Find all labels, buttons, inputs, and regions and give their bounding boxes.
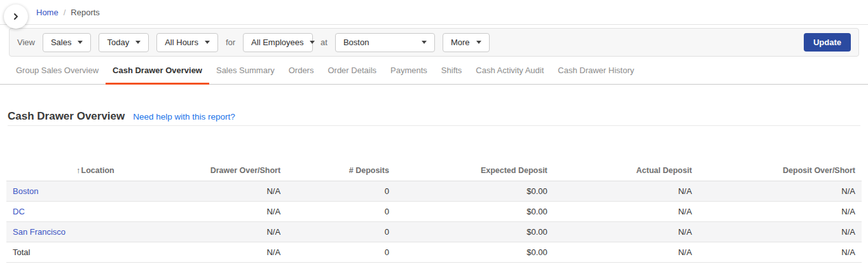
drawer-over-short-value: N/A	[184, 181, 287, 202]
location-dropdown[interactable]: Boston	[335, 33, 435, 52]
title-section: Cash Drawer Overview Need help with this…	[8, 85, 860, 126]
expected-deposit-value: $0.00	[396, 242, 554, 263]
drawer-over-short-value: N/A	[184, 242, 287, 263]
breadcrumb: Home / Reports	[0, 0, 868, 25]
report-tabs: Group Sales Overview Cash Drawer Overvie…	[0, 57, 868, 85]
cash-drawer-table: ↑Location Drawer Over/Short # Deposits E…	[6, 162, 862, 263]
tab-cash-drawer-overview[interactable]: Cash Drawer Overview	[106, 57, 209, 84]
for-label: for	[226, 38, 235, 47]
column-header-expected-deposit[interactable]: Expected Deposit	[396, 162, 554, 181]
deposit-over-short-value: N/A	[698, 202, 862, 222]
tab-cash-drawer-history[interactable]: Cash Drawer History	[551, 57, 641, 84]
num-deposits-value: 0	[287, 202, 396, 222]
date-range-value: Today	[107, 38, 129, 47]
report-type-dropdown[interactable]: Sales	[43, 33, 92, 52]
num-deposits-value: 0	[287, 222, 396, 242]
column-header-num-deposits[interactable]: # Deposits	[287, 162, 396, 181]
chevron-right-icon	[11, 12, 20, 21]
hours-dropdown[interactable]: All Hours	[156, 33, 218, 52]
num-deposits-value: 0	[287, 242, 396, 263]
caret-down-icon	[422, 41, 427, 44]
tab-shifts[interactable]: Shifts	[434, 57, 469, 84]
actual-deposit-value: N/A	[554, 202, 698, 222]
expected-deposit-value: $0.00	[396, 222, 554, 242]
sort-ascending-icon: ↑	[76, 165, 81, 175]
caret-down-icon	[310, 41, 315, 44]
actual-deposit-value: N/A	[554, 222, 698, 242]
table-row: Boston N/A 0 $0.00 N/A N/A	[6, 181, 862, 202]
drawer-over-short-value: N/A	[184, 202, 287, 222]
tab-payments[interactable]: Payments	[383, 57, 434, 84]
deposit-over-short-value: N/A	[698, 242, 862, 263]
total-label: Total	[13, 247, 30, 257]
tab-order-details[interactable]: Order Details	[320, 57, 383, 84]
expected-deposit-value: $0.00	[396, 202, 554, 222]
help-link[interactable]: Need help with this report?	[133, 112, 235, 122]
breadcrumb-separator: /	[64, 8, 66, 17]
deposit-over-short-value: N/A	[698, 222, 862, 242]
table-row: DC N/A 0 $0.00 N/A N/A	[6, 202, 862, 222]
location-value: Boston	[343, 38, 369, 47]
actual-deposit-value: N/A	[554, 181, 698, 202]
date-range-dropdown[interactable]: Today	[99, 33, 149, 52]
hours-value: All Hours	[165, 38, 198, 47]
expected-deposit-value: $0.00	[396, 181, 554, 202]
table-row: San Francisco N/A 0 $0.00 N/A N/A	[6, 222, 862, 242]
caret-down-icon	[78, 41, 83, 44]
at-label: at	[320, 38, 327, 47]
location-link[interactable]: DC	[13, 207, 25, 216]
deposit-over-short-value: N/A	[698, 181, 862, 202]
table-total-row: Total N/A 0 $0.00 N/A N/A	[6, 242, 862, 263]
drawer-over-short-value: N/A	[184, 222, 287, 242]
caret-down-icon	[135, 41, 141, 44]
more-dropdown[interactable]: More	[443, 33, 490, 52]
employees-dropdown[interactable]: All Employees	[243, 33, 313, 52]
caret-down-icon	[205, 41, 210, 44]
update-button[interactable]: Update	[804, 33, 851, 52]
caret-down-icon	[476, 41, 481, 44]
column-header-actual-deposit[interactable]: Actual Deposit	[554, 162, 698, 181]
location-link[interactable]: Boston	[13, 186, 38, 196]
more-value: More	[451, 38, 470, 47]
num-deposits-value: 0	[287, 181, 396, 202]
location-link[interactable]: San Francisco	[13, 227, 65, 237]
filter-bar: View Sales Today All Hours for All Emplo…	[9, 28, 859, 57]
tab-orders[interactable]: Orders	[282, 57, 321, 84]
tab-group-sales-overview[interactable]: Group Sales Overview	[9, 57, 106, 84]
column-header-drawer-over-short[interactable]: Drawer Over/Short	[184, 162, 287, 181]
breadcrumb-current: Reports	[71, 8, 100, 17]
sidebar-toggle-button[interactable]	[4, 4, 28, 29]
view-label: View	[17, 38, 35, 47]
column-header-deposit-over-short[interactable]: Deposit Over/Short	[698, 162, 862, 181]
tab-cash-activity-audit[interactable]: Cash Activity Audit	[469, 57, 551, 84]
report-type-value: Sales	[51, 38, 72, 47]
home-link[interactable]: Home	[36, 8, 59, 17]
tab-sales-summary[interactable]: Sales Summary	[209, 57, 282, 84]
employees-value: All Employees	[251, 38, 303, 47]
actual-deposit-value: N/A	[554, 242, 698, 263]
column-header-location[interactable]: ↑Location	[6, 162, 184, 181]
table-header-row: ↑Location Drawer Over/Short # Deposits E…	[6, 162, 862, 181]
page-title: Cash Drawer Overview	[8, 110, 125, 123]
